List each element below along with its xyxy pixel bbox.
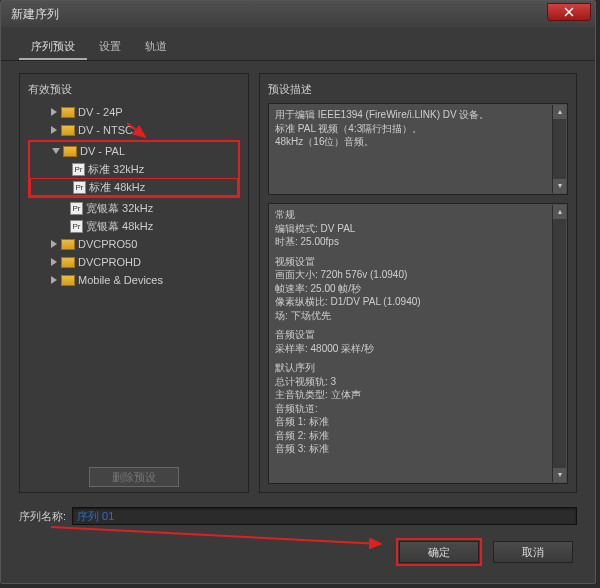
preset-description-panel: 预设描述 用于编辑 IEEE1394 (FireWire/i.LINK) DV … (259, 73, 577, 493)
tab-settings[interactable]: 设置 (87, 35, 133, 60)
detail-line: 音频 2: 标准 (275, 429, 561, 443)
detail-line: 音频轨道: (275, 402, 561, 416)
button-row: 确定 取消 (1, 531, 595, 573)
detail-line: 画面大小: 720h 576v (1.0940) (275, 268, 561, 282)
caret-right-icon (50, 108, 58, 116)
tab-tracks[interactable]: 轨道 (133, 35, 179, 60)
scroll-down-icon[interactable]: ▾ (553, 468, 566, 482)
preset-icon: Pr (72, 163, 85, 176)
folder-mobile-devices[interactable]: Mobile & Devices (28, 271, 240, 289)
folder-icon (61, 275, 75, 286)
desc-line: 48kHz（16位）音频。 (275, 135, 561, 149)
window-title: 新建序列 (7, 6, 59, 23)
new-sequence-dialog: 新建序列 序列预设 设置 轨道 有效预设 DV - 24P DV - NTSC (0, 0, 596, 584)
ok-button[interactable]: 确定 (399, 541, 479, 563)
tab-bar: 序列预设 设置 轨道 (1, 27, 595, 61)
scrollbar[interactable]: ▴ ▾ (552, 205, 566, 482)
folder-icon (63, 146, 77, 157)
folder-dvcpro50[interactable]: DVCPRO50 (28, 235, 240, 253)
folder-dv-24p[interactable]: DV - 24P (28, 103, 240, 121)
tree-label: DV - 24P (78, 106, 123, 118)
preset-description-title: 预设描述 (268, 82, 568, 97)
caret-right-icon (50, 126, 58, 134)
detail-heading: 默认序列 (275, 361, 561, 375)
preset-standard-32khz[interactable]: Pr 标准 32kHz (30, 160, 238, 178)
detail-heading: 常规 (275, 208, 561, 222)
tab-sequence-presets[interactable]: 序列预设 (19, 35, 87, 60)
detail-line: 主音轨类型: 立体声 (275, 388, 561, 402)
tree-label: DV - PAL (80, 145, 125, 157)
cancel-button[interactable]: 取消 (493, 541, 573, 563)
tree-label: 宽银幕 32kHz (86, 201, 153, 216)
preset-icon: Pr (73, 181, 86, 194)
preset-details-box: 常规 编辑模式: DV PAL 时基: 25.00fps 视频设置 画面大小: … (268, 203, 568, 484)
caret-down-icon (52, 147, 60, 155)
scroll-up-icon[interactable]: ▴ (553, 205, 566, 219)
detail-line: 帧速率: 25.00 帧/秒 (275, 282, 561, 296)
scroll-up-icon[interactable]: ▴ (553, 105, 566, 119)
preset-standard-48khz[interactable]: Pr 标准 48kHz (30, 178, 238, 196)
folder-dv-pal[interactable]: DV - PAL (30, 142, 238, 160)
titlebar[interactable]: 新建序列 (1, 1, 595, 27)
tree-label: 宽银幕 48kHz (86, 219, 153, 234)
detail-heading: 视频设置 (275, 255, 561, 269)
desc-line: 标准 PAL 视频（4:3隔行扫描）。 (275, 122, 561, 136)
preset-tree[interactable]: DV - 24P DV - NTSC DV - PAL Pr 标准 32 (28, 103, 240, 461)
close-button[interactable] (547, 3, 591, 21)
folder-icon (61, 107, 75, 118)
folder-icon (61, 125, 75, 136)
detail-line: 采样率: 48000 采样/秒 (275, 342, 561, 356)
delete-preset-button[interactable]: 删除预设 (89, 467, 179, 487)
folder-icon (61, 257, 75, 268)
detail-line: 编辑模式: DV PAL (275, 222, 561, 236)
tree-label: 标准 48kHz (89, 180, 145, 195)
tree-label: Mobile & Devices (78, 274, 163, 286)
tree-label: 标准 32kHz (88, 162, 144, 177)
folder-dv-ntsc[interactable]: DV - NTSC (28, 121, 240, 139)
sequence-name-label: 序列名称: (19, 509, 66, 524)
available-presets-title: 有效预设 (28, 82, 240, 97)
preset-icon: Pr (70, 202, 83, 215)
highlight-group: DV - PAL Pr 标准 32kHz Pr 标准 48kHz (28, 140, 240, 198)
detail-line: 音频 1: 标准 (275, 415, 561, 429)
folder-dvcprohd[interactable]: DVCPROHD (28, 253, 240, 271)
sequence-name-input[interactable] (72, 507, 577, 525)
available-presets-panel: 有效预设 DV - 24P DV - NTSC DV - PAL (19, 73, 249, 493)
scroll-down-icon[interactable]: ▾ (553, 179, 566, 193)
caret-right-icon (50, 258, 58, 266)
preset-widescreen-32khz[interactable]: Pr 宽银幕 32kHz (28, 199, 240, 217)
tree-label: DVCPRO50 (78, 238, 137, 250)
scrollbar[interactable]: ▴ ▾ (552, 105, 566, 193)
tree-label: DV - NTSC (78, 124, 133, 136)
desc-line: 用于编辑 IEEE1394 (FireWire/i.LINK) DV 设备。 (275, 108, 561, 122)
detail-line: 音频 3: 标准 (275, 442, 561, 456)
preset-widescreen-48khz[interactable]: Pr 宽银幕 48kHz (28, 217, 240, 235)
caret-right-icon (50, 276, 58, 284)
sequence-name-row: 序列名称: (1, 501, 595, 531)
folder-icon (61, 239, 75, 250)
preset-icon: Pr (70, 220, 83, 233)
tree-label: DVCPROHD (78, 256, 141, 268)
detail-line: 场: 下场优先 (275, 309, 561, 323)
detail-heading: 音频设置 (275, 328, 561, 342)
preset-description-box: 用于编辑 IEEE1394 (FireWire/i.LINK) DV 设备。 标… (268, 103, 568, 195)
detail-line: 总计视频轨: 3 (275, 375, 561, 389)
detail-line: 像素纵横比: D1/DV PAL (1.0940) (275, 295, 561, 309)
detail-line: 时基: 25.00fps (275, 235, 561, 249)
caret-right-icon (50, 240, 58, 248)
